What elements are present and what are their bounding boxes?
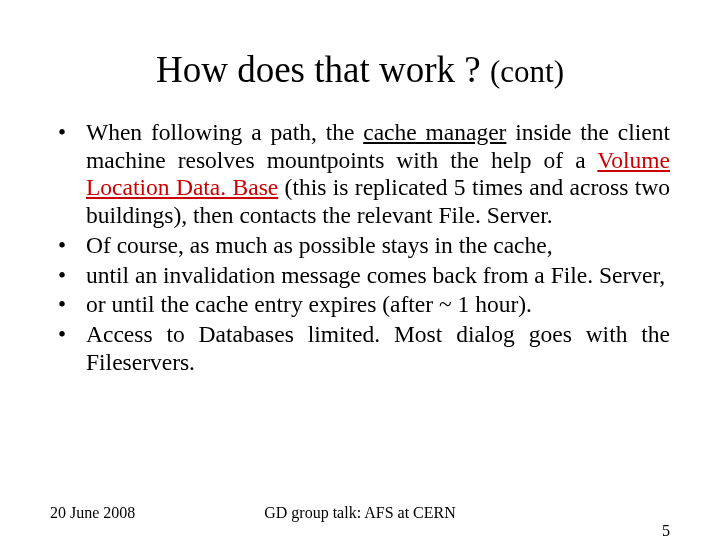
- bullet-5-text: Access to Databases limited. Most dialog…: [86, 321, 670, 375]
- footer: 20 June 2008 GD group talk: AFS at CERN …: [0, 504, 720, 522]
- slide: How does that work ? (cont) When followi…: [0, 0, 720, 540]
- bullet-1-t1: When following a path, the: [86, 119, 363, 145]
- bullet-2: Of course, as much as possible stays in …: [50, 232, 670, 260]
- bullet-2-text: Of course, as much as possible stays in …: [86, 232, 553, 258]
- title-main: How does that work ?: [156, 49, 490, 90]
- bullet-4: or until the cache entry expires (after …: [50, 291, 670, 319]
- bullet-3-text: until an invalidation message comes back…: [86, 262, 665, 288]
- bullet-3: until an invalidation message comes back…: [50, 262, 670, 290]
- footer-date: 20 June 2008: [50, 504, 135, 522]
- bullet-4-text: or until the cache entry expires (after …: [86, 291, 532, 317]
- title-sub: (cont): [490, 54, 564, 89]
- cache-manager-term: cache manager: [363, 119, 506, 145]
- bullet-list: When following a path, the cache manager…: [50, 119, 670, 376]
- slide-title: How does that work ? (cont): [0, 0, 720, 91]
- bullet-5: Access to Databases limited. Most dialog…: [50, 321, 670, 376]
- footer-page-number: 5: [662, 522, 670, 540]
- bullet-1: When following a path, the cache manager…: [50, 119, 670, 230]
